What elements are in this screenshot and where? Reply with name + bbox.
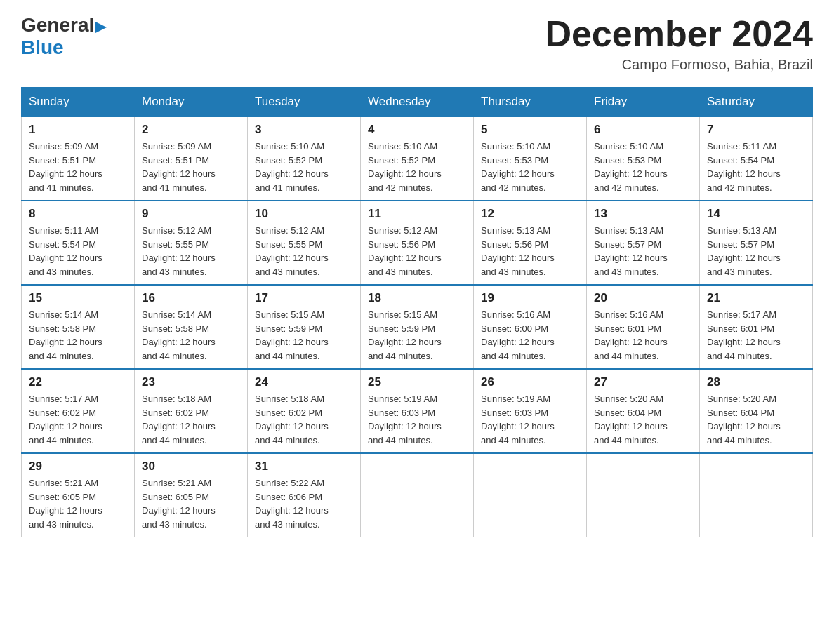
day-number: 22 bbox=[29, 375, 127, 389]
day-number: 31 bbox=[255, 459, 353, 474]
day-number: 2 bbox=[142, 123, 240, 137]
day-cell: 11 Sunrise: 5:12 AM Sunset: 5:56 PM Dayl… bbox=[361, 201, 474, 285]
day-cell: 20 Sunrise: 5:16 AM Sunset: 6:01 PM Dayl… bbox=[587, 285, 700, 369]
day-cell: 9 Sunrise: 5:12 AM Sunset: 5:55 PM Dayli… bbox=[135, 201, 248, 285]
day-cell: 18 Sunrise: 5:15 AM Sunset: 5:59 PM Dayl… bbox=[361, 285, 474, 369]
day-number: 4 bbox=[368, 123, 466, 137]
day-info: Sunrise: 5:18 AM Sunset: 6:02 PM Dayligh… bbox=[142, 392, 240, 447]
logo: General Blue bbox=[21, 14, 107, 59]
day-number: 7 bbox=[707, 123, 805, 137]
day-number: 15 bbox=[29, 291, 127, 305]
day-cell: 15 Sunrise: 5:14 AM Sunset: 5:58 PM Dayl… bbox=[22, 285, 135, 369]
day-number: 18 bbox=[368, 291, 466, 305]
day-number: 13 bbox=[594, 207, 692, 221]
day-number: 5 bbox=[481, 123, 579, 137]
day-header-friday: Friday bbox=[587, 88, 700, 117]
day-number: 11 bbox=[368, 207, 466, 221]
day-cell: 31 Sunrise: 5:22 AM Sunset: 6:06 PM Dayl… bbox=[248, 453, 361, 537]
days-header-row: SundayMondayTuesdayWednesdayThursdayFrid… bbox=[22, 88, 813, 117]
day-number: 16 bbox=[142, 291, 240, 305]
day-cell: 13 Sunrise: 5:13 AM Sunset: 5:57 PM Dayl… bbox=[587, 201, 700, 285]
day-number: 23 bbox=[142, 375, 240, 389]
day-cell: 17 Sunrise: 5:15 AM Sunset: 5:59 PM Dayl… bbox=[248, 285, 361, 369]
day-info: Sunrise: 5:15 AM Sunset: 5:59 PM Dayligh… bbox=[255, 308, 353, 363]
day-number: 1 bbox=[29, 123, 127, 137]
logo-blue-text: Blue bbox=[21, 36, 64, 59]
day-cell: 4 Sunrise: 5:10 AM Sunset: 5:52 PM Dayli… bbox=[361, 116, 474, 201]
day-info: Sunrise: 5:21 AM Sunset: 6:05 PM Dayligh… bbox=[29, 476, 127, 531]
day-number: 19 bbox=[481, 291, 579, 305]
day-number: 26 bbox=[481, 375, 579, 389]
day-info: Sunrise: 5:17 AM Sunset: 6:02 PM Dayligh… bbox=[29, 392, 127, 447]
day-number: 17 bbox=[255, 291, 353, 305]
day-cell: 1 Sunrise: 5:09 AM Sunset: 5:51 PM Dayli… bbox=[22, 116, 135, 201]
day-number: 6 bbox=[594, 123, 692, 137]
day-cell: 26 Sunrise: 5:19 AM Sunset: 6:03 PM Dayl… bbox=[474, 369, 587, 453]
day-info: Sunrise: 5:18 AM Sunset: 6:02 PM Dayligh… bbox=[255, 392, 353, 447]
svg-marker-0 bbox=[95, 22, 107, 33]
day-info: Sunrise: 5:14 AM Sunset: 5:58 PM Dayligh… bbox=[142, 308, 240, 363]
day-info: Sunrise: 5:12 AM Sunset: 5:56 PM Dayligh… bbox=[368, 224, 466, 279]
day-cell: 7 Sunrise: 5:11 AM Sunset: 5:54 PM Dayli… bbox=[700, 116, 813, 201]
day-header-tuesday: Tuesday bbox=[248, 88, 361, 117]
day-number: 28 bbox=[707, 375, 805, 389]
day-info: Sunrise: 5:14 AM Sunset: 5:58 PM Dayligh… bbox=[29, 308, 127, 363]
day-number: 30 bbox=[142, 459, 240, 474]
location: Campo Formoso, Bahia, Brazil bbox=[545, 57, 813, 73]
day-cell: 19 Sunrise: 5:16 AM Sunset: 6:00 PM Dayl… bbox=[474, 285, 587, 369]
day-number: 10 bbox=[255, 207, 353, 221]
week-row-3: 15 Sunrise: 5:14 AM Sunset: 5:58 PM Dayl… bbox=[22, 285, 813, 369]
day-info: Sunrise: 5:16 AM Sunset: 6:00 PM Dayligh… bbox=[481, 308, 579, 363]
day-cell: 29 Sunrise: 5:21 AM Sunset: 6:05 PM Dayl… bbox=[22, 453, 135, 537]
day-cell bbox=[361, 453, 474, 537]
day-info: Sunrise: 5:21 AM Sunset: 6:05 PM Dayligh… bbox=[142, 476, 240, 531]
day-header-thursday: Thursday bbox=[474, 88, 587, 117]
day-cell: 21 Sunrise: 5:17 AM Sunset: 6:01 PM Dayl… bbox=[700, 285, 813, 369]
day-number: 21 bbox=[707, 291, 805, 305]
day-info: Sunrise: 5:16 AM Sunset: 6:01 PM Dayligh… bbox=[594, 308, 692, 363]
day-number: 25 bbox=[368, 375, 466, 389]
day-cell: 14 Sunrise: 5:13 AM Sunset: 5:57 PM Dayl… bbox=[700, 201, 813, 285]
day-number: 27 bbox=[594, 375, 692, 389]
day-number: 20 bbox=[594, 291, 692, 305]
day-number: 29 bbox=[29, 459, 127, 474]
day-header-monday: Monday bbox=[135, 88, 248, 117]
day-number: 14 bbox=[707, 207, 805, 221]
day-number: 24 bbox=[255, 375, 353, 389]
day-cell: 8 Sunrise: 5:11 AM Sunset: 5:54 PM Dayli… bbox=[22, 201, 135, 285]
page-header: General Blue December 2024 Campo Formoso… bbox=[21, 14, 813, 73]
logo-general-text: General bbox=[21, 14, 107, 36]
day-header-sunday: Sunday bbox=[22, 88, 135, 117]
day-info: Sunrise: 5:12 AM Sunset: 5:55 PM Dayligh… bbox=[142, 224, 240, 279]
day-number: 9 bbox=[142, 207, 240, 221]
week-row-5: 29 Sunrise: 5:21 AM Sunset: 6:05 PM Dayl… bbox=[22, 453, 813, 537]
day-info: Sunrise: 5:20 AM Sunset: 6:04 PM Dayligh… bbox=[594, 392, 692, 447]
day-cell bbox=[474, 453, 587, 537]
day-number: 3 bbox=[255, 123, 353, 137]
day-cell: 6 Sunrise: 5:10 AM Sunset: 5:53 PM Dayli… bbox=[587, 116, 700, 201]
day-cell: 10 Sunrise: 5:12 AM Sunset: 5:55 PM Dayl… bbox=[248, 201, 361, 285]
day-cell: 23 Sunrise: 5:18 AM Sunset: 6:02 PM Dayl… bbox=[135, 369, 248, 453]
day-info: Sunrise: 5:12 AM Sunset: 5:55 PM Dayligh… bbox=[255, 224, 353, 279]
day-info: Sunrise: 5:10 AM Sunset: 5:52 PM Dayligh… bbox=[255, 140, 353, 194]
week-row-2: 8 Sunrise: 5:11 AM Sunset: 5:54 PM Dayli… bbox=[22, 201, 813, 285]
day-info: Sunrise: 5:22 AM Sunset: 6:06 PM Dayligh… bbox=[255, 476, 353, 531]
day-cell: 5 Sunrise: 5:10 AM Sunset: 5:53 PM Dayli… bbox=[474, 116, 587, 201]
day-number: 12 bbox=[481, 207, 579, 221]
day-cell: 24 Sunrise: 5:18 AM Sunset: 6:02 PM Dayl… bbox=[248, 369, 361, 453]
day-cell bbox=[587, 453, 700, 537]
week-row-1: 1 Sunrise: 5:09 AM Sunset: 5:51 PM Dayli… bbox=[22, 116, 813, 201]
day-info: Sunrise: 5:17 AM Sunset: 6:01 PM Dayligh… bbox=[707, 308, 805, 363]
day-cell: 22 Sunrise: 5:17 AM Sunset: 6:02 PM Dayl… bbox=[22, 369, 135, 453]
day-info: Sunrise: 5:11 AM Sunset: 5:54 PM Dayligh… bbox=[707, 140, 805, 194]
day-info: Sunrise: 5:15 AM Sunset: 5:59 PM Dayligh… bbox=[368, 308, 466, 363]
day-header-saturday: Saturday bbox=[700, 88, 813, 117]
day-cell: 16 Sunrise: 5:14 AM Sunset: 5:58 PM Dayl… bbox=[135, 285, 248, 369]
day-cell: 27 Sunrise: 5:20 AM Sunset: 6:04 PM Dayl… bbox=[587, 369, 700, 453]
title-section: December 2024 Campo Formoso, Bahia, Braz… bbox=[545, 14, 813, 73]
month-title: December 2024 bbox=[545, 14, 813, 54]
day-number: 8 bbox=[29, 207, 127, 221]
day-cell bbox=[700, 453, 813, 537]
day-header-wednesday: Wednesday bbox=[361, 88, 474, 117]
day-info: Sunrise: 5:11 AM Sunset: 5:54 PM Dayligh… bbox=[29, 224, 127, 279]
